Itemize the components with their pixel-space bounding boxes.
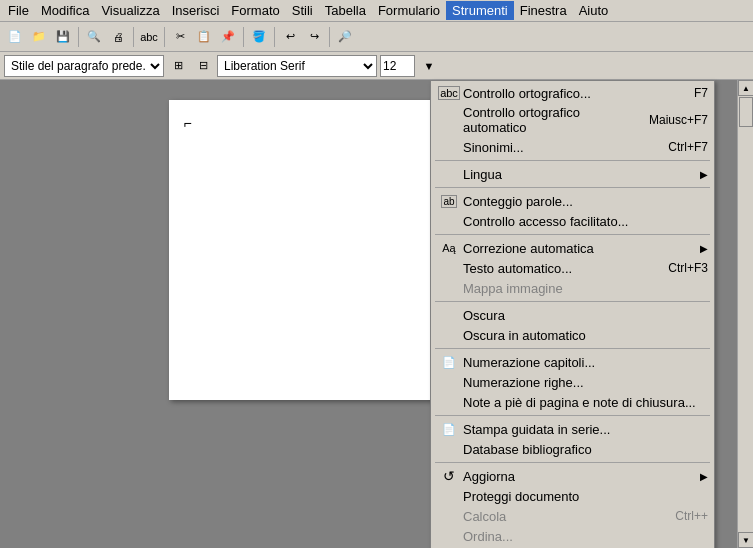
bibliography-label: Database bibliografico bbox=[463, 442, 708, 457]
dark-icon bbox=[439, 307, 459, 323]
update-arrow: ▶ bbox=[700, 471, 708, 482]
language-arrow: ▶ bbox=[700, 169, 708, 180]
protect-label: Proteggi documento bbox=[463, 489, 708, 504]
imagemap-icon bbox=[439, 280, 459, 296]
paste-btn[interactable]: 📌 bbox=[217, 26, 239, 48]
dark-label: Oscura bbox=[463, 308, 708, 323]
linenum-icon bbox=[439, 374, 459, 390]
toolbar-sep2 bbox=[133, 27, 134, 47]
menubar-item-file[interactable]: File bbox=[2, 1, 35, 20]
style-btn2[interactable]: ⊟ bbox=[192, 55, 214, 77]
sep3 bbox=[435, 234, 710, 235]
font-select[interactable]: Liberation Serif bbox=[217, 55, 377, 77]
menubar-item-modifica[interactable]: Modifica bbox=[35, 1, 95, 20]
menubar-item-visualizza[interactable]: Visualizza bbox=[95, 1, 165, 20]
menubar-item-tabella[interactable]: Tabella bbox=[319, 1, 372, 20]
menu-item-linenum[interactable]: Numerazione righe... bbox=[431, 372, 714, 392]
menu-item-dark-auto[interactable]: Oscura in automatico bbox=[431, 325, 714, 345]
style-btn1[interactable]: ⊞ bbox=[167, 55, 189, 77]
cursor-mark: ⌐ bbox=[184, 115, 192, 131]
autotext-shortcut: Ctrl+F3 bbox=[668, 261, 708, 275]
copy-btn[interactable]: 📋 bbox=[193, 26, 215, 48]
menu-item-language[interactable]: Lingua ▶ bbox=[431, 164, 714, 184]
find-btn[interactable]: 🔎 bbox=[334, 26, 356, 48]
update-icon: ↺ bbox=[439, 468, 459, 484]
chapnum-icon: 📄 bbox=[439, 354, 459, 370]
format-bar: Stile del paragrafo prede... ⊞ ⊟ Liberat… bbox=[0, 52, 753, 80]
calc-shortcut: Ctrl++ bbox=[675, 509, 708, 523]
menu-item-accessibility[interactable]: Controllo accesso facilitato... bbox=[431, 211, 714, 231]
dark-auto-label: Oscura in automatico bbox=[463, 328, 708, 343]
new-btn[interactable]: 📄 bbox=[4, 26, 26, 48]
autotext-label: Testo automatico... bbox=[463, 261, 658, 276]
language-label: Lingua bbox=[463, 167, 696, 182]
wordcount-label: Conteggio parole... bbox=[463, 194, 708, 209]
menu-item-synonyms[interactable]: Sinonimi... Ctrl+F7 bbox=[431, 137, 714, 157]
toolbar-sep1 bbox=[78, 27, 79, 47]
menu-item-auto-spell[interactable]: Controllo ortografico automatico Maiusc+… bbox=[431, 103, 714, 137]
menu-item-wordcount[interactable]: ab Conteggio parole... bbox=[431, 191, 714, 211]
update-label: Aggiorna bbox=[463, 469, 696, 484]
sort-icon bbox=[439, 528, 459, 544]
redo-btn[interactable]: ↪ bbox=[303, 26, 325, 48]
menu-item-spell[interactable]: abc Controllo ortografico... F7 bbox=[431, 83, 714, 103]
menubar-item-inserisci[interactable]: Inserisci bbox=[166, 1, 226, 20]
sep2 bbox=[435, 187, 710, 188]
menu-item-autotext[interactable]: Testo automatico... Ctrl+F3 bbox=[431, 258, 714, 278]
menu-item-protect[interactable]: Proteggi documento bbox=[431, 486, 714, 506]
accessibility-label: Controllo accesso facilitato... bbox=[463, 214, 708, 229]
menu-item-imagemap: Mappa immagine bbox=[431, 278, 714, 298]
paint-btn[interactable]: 🪣 bbox=[248, 26, 270, 48]
footnotes-icon bbox=[439, 394, 459, 410]
menu-item-mailmerge[interactable]: 📄 Stampa guidata in serie... bbox=[431, 419, 714, 439]
paragraph-style-select[interactable]: Stile del paragrafo prede... bbox=[4, 55, 164, 77]
sep4 bbox=[435, 301, 710, 302]
sep7 bbox=[435, 462, 710, 463]
cut-btn[interactable]: ✂ bbox=[169, 26, 191, 48]
menubar-item-formulario[interactable]: Formulario bbox=[372, 1, 446, 20]
menubar-item-formato[interactable]: Formato bbox=[225, 1, 285, 20]
font-size-input[interactable] bbox=[380, 55, 415, 77]
imagemap-label: Mappa immagine bbox=[463, 281, 708, 296]
menubar-item-finestra[interactable]: Finestra bbox=[514, 1, 573, 20]
undo-btn[interactable]: ↩ bbox=[279, 26, 301, 48]
menu-item-autocorrect[interactable]: Aą Correzione automatica ▶ bbox=[431, 238, 714, 258]
menu-item-sort: Ordina... bbox=[431, 526, 714, 546]
open-btn[interactable]: 📁 bbox=[28, 26, 50, 48]
mailmerge-label: Stampa guidata in serie... bbox=[463, 422, 708, 437]
spellcheck-btn[interactable]: abc bbox=[138, 26, 160, 48]
toolbar: 📄 📁 💾 🔍 🖨 abc ✂ 📋 📌 🪣 ↩ ↪ 🔎 bbox=[0, 22, 753, 52]
menubar-item-stili[interactable]: Stili bbox=[286, 1, 319, 20]
size-down-btn[interactable]: ▼ bbox=[418, 55, 440, 77]
menubar-item-aiuto[interactable]: Aiuto bbox=[573, 1, 615, 20]
scroll-down-btn[interactable]: ▼ bbox=[738, 532, 753, 548]
print-btn[interactable]: 🖨 bbox=[107, 26, 129, 48]
toolbar-sep5 bbox=[274, 27, 275, 47]
menu-item-bibliography[interactable]: Database bibliografico bbox=[431, 439, 714, 459]
right-scrollbar[interactable]: ▲ ▼ bbox=[737, 80, 753, 548]
menu-item-chapnum[interactable]: 📄 Numerazione capitoli... bbox=[431, 352, 714, 372]
menu-item-dark[interactable]: Oscura bbox=[431, 305, 714, 325]
spell-shortcut: F7 bbox=[694, 86, 708, 100]
sep6 bbox=[435, 415, 710, 416]
menu-item-footnotes[interactable]: Note a piè di pagina e note di chiusura.… bbox=[431, 392, 714, 412]
menu-item-update[interactable]: ↺ Aggiorna ▶ bbox=[431, 466, 714, 486]
sep1 bbox=[435, 160, 710, 161]
auto-spell-label: Controllo ortografico automatico bbox=[463, 105, 639, 135]
autocorrect-icon: Aą bbox=[439, 240, 459, 256]
chapnum-label: Numerazione capitoli... bbox=[463, 355, 708, 370]
print-preview-btn[interactable]: 🔍 bbox=[83, 26, 105, 48]
save-btn[interactable]: 💾 bbox=[52, 26, 74, 48]
auto-spell-shortcut: Maiusc+F7 bbox=[649, 113, 708, 127]
autocorrect-label: Correzione automatica bbox=[463, 241, 696, 256]
bibliography-icon bbox=[439, 441, 459, 457]
menubar-item-strumenti[interactable]: Strumenti bbox=[446, 1, 514, 20]
toolbar-sep6 bbox=[329, 27, 330, 47]
synonyms-icon bbox=[439, 139, 459, 155]
calc-label: Calcola bbox=[463, 509, 665, 524]
synonyms-shortcut: Ctrl+F7 bbox=[668, 140, 708, 154]
wordcount-icon: ab bbox=[439, 193, 459, 209]
scroll-thumb[interactable] bbox=[739, 97, 753, 127]
scroll-up-btn[interactable]: ▲ bbox=[738, 80, 753, 96]
toolbar-sep4 bbox=[243, 27, 244, 47]
